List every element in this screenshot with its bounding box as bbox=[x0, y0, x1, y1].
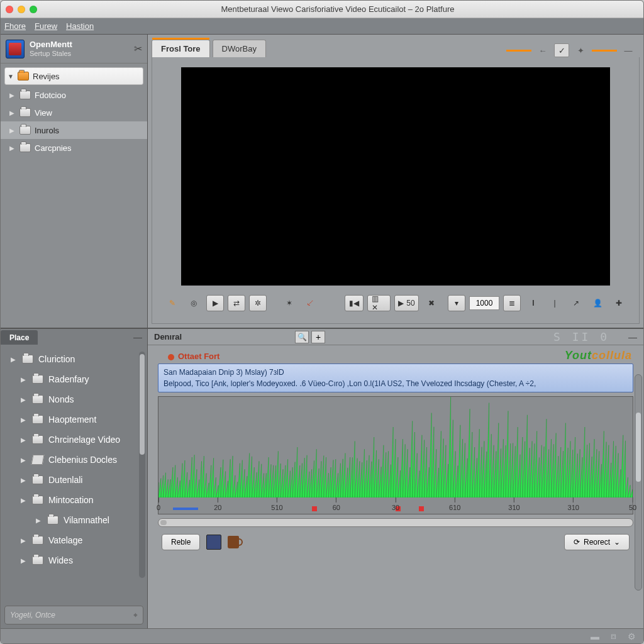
tree-item[interactable]: ▶ View bbox=[1, 104, 147, 121]
scrollbar[interactable] bbox=[139, 352, 145, 578]
chevron-right-icon: ▶ bbox=[9, 109, 16, 116]
tab-active[interactable]: Frosl Tore bbox=[152, 40, 210, 57]
dropdown-button[interactable]: ▾ bbox=[448, 295, 465, 311]
reorect-button[interactable]: ⟳ Reorect ⌄ bbox=[564, 534, 630, 550]
place-item[interactable]: ▶Clebenius Docles bbox=[2, 450, 146, 470]
export-icon[interactable]: ↗ bbox=[567, 295, 585, 311]
tab[interactable]: DWorBay bbox=[213, 40, 266, 57]
tree-item[interactable]: ▶ Fdotcioo bbox=[1, 86, 147, 104]
menubar: Fhore Furew Hastion bbox=[1, 18, 643, 35]
chevron-right-icon: ▶ bbox=[9, 145, 16, 152]
stop-icon[interactable]: ✖ bbox=[423, 295, 440, 311]
step-button[interactable]: ⇄ bbox=[228, 295, 245, 311]
folder-icon bbox=[18, 72, 29, 80]
h-scrollbar[interactable] bbox=[158, 518, 633, 527]
avatar-icon[interactable] bbox=[206, 535, 221, 550]
place-item[interactable]: ▶Cluriction bbox=[2, 349, 146, 369]
minimize-panel-icon[interactable]: — bbox=[628, 332, 643, 342]
gear-icon[interactable]: ✲ bbox=[249, 295, 267, 311]
chevron-right-icon: ▶ bbox=[21, 477, 27, 484]
place-item[interactable]: ▶Radenfary bbox=[2, 369, 146, 389]
video-viewport[interactable] bbox=[181, 67, 610, 286]
place-label: Chrcinelage Video bbox=[48, 435, 120, 445]
tree-label: Inurols bbox=[35, 126, 59, 135]
place-label: Vatelage bbox=[48, 535, 82, 545]
ruler-tick: 20 bbox=[214, 497, 221, 511]
settings-icon[interactable]: ✦ bbox=[573, 43, 588, 57]
tree-item[interactable]: ▶ Carcpnies bbox=[1, 139, 147, 157]
target-icon[interactable]: ◎ bbox=[185, 295, 203, 311]
place-item[interactable]: ▶Haoptement bbox=[2, 409, 146, 430]
add-track-button[interactable]: + bbox=[311, 331, 325, 343]
frame-number-input[interactable] bbox=[469, 296, 499, 310]
pin-icon[interactable]: ✂ bbox=[134, 43, 142, 55]
folder-icon bbox=[32, 496, 43, 504]
cut-icon[interactable]: ✶ bbox=[280, 295, 298, 311]
place-tree: ▶Cluriction▶Radenfary▶Nonds▶Haoptement▶C… bbox=[1, 345, 147, 603]
menu-item[interactable]: Fhore bbox=[4, 21, 26, 31]
play-button[interactable]: ▶ bbox=[206, 295, 224, 311]
minimize-icon[interactable] bbox=[18, 6, 25, 13]
minimize-panel-icon[interactable]: — bbox=[133, 332, 147, 342]
tree-label: Carcpnies bbox=[35, 143, 72, 153]
status-icon[interactable]: ▬ bbox=[591, 631, 599, 641]
place-item[interactable]: ▶Mintocation bbox=[2, 490, 146, 510]
back-icon[interactable]: ← bbox=[535, 43, 550, 57]
range-marker[interactable] bbox=[173, 508, 198, 510]
waveform-track[interactable]: 020510603061031031050 bbox=[158, 396, 633, 514]
watermark: Youtcollula bbox=[565, 349, 632, 362]
status-icon[interactable]: ⧈ bbox=[611, 631, 616, 641]
place-item[interactable]: ▶Nonds bbox=[2, 389, 146, 409]
window-controls bbox=[6, 6, 37, 13]
tree-label: View bbox=[35, 108, 52, 118]
brush-icon[interactable]: ✎ bbox=[164, 295, 181, 311]
place-label: Dutenlali bbox=[48, 475, 82, 485]
folder-icon bbox=[32, 375, 43, 384]
cue-marker[interactable] bbox=[312, 506, 317, 511]
split-icon[interactable]: | bbox=[546, 295, 564, 311]
close-icon[interactable] bbox=[6, 6, 13, 13]
tree-root[interactable]: ▼ Revijes bbox=[4, 67, 143, 85]
skip-start-button[interactable]: ▮◀ bbox=[345, 295, 363, 311]
ruler-tick: 310 bbox=[508, 497, 519, 511]
frame-toggle-button[interactable]: ▥ ✕ bbox=[367, 295, 391, 311]
place-item[interactable]: ▶Vilamnathel bbox=[2, 510, 146, 530]
place-item[interactable]: ▶Dutenlali bbox=[2, 470, 146, 490]
preview-tabs: Frosl Tore DWorBay ← ✓ ✦ — bbox=[152, 38, 640, 57]
search-input[interactable]: Yogeti, Ontce ⌖ bbox=[4, 606, 143, 625]
play-speed-button[interactable]: ▶ 50 bbox=[394, 295, 419, 311]
add-icon[interactable]: ✚ bbox=[610, 295, 628, 311]
user-icon[interactable]: 👤 bbox=[589, 295, 606, 311]
check-icon[interactable]: ✓ bbox=[554, 43, 569, 57]
cue-marker[interactable] bbox=[419, 506, 424, 511]
chevron-right-icon: ▶ bbox=[9, 127, 16, 134]
text-tool-icon[interactable]: I bbox=[525, 295, 542, 311]
scrollbar[interactable] bbox=[635, 374, 642, 591]
list-icon[interactable]: ≣ bbox=[503, 295, 521, 311]
nav-tree: ▼ Revijes ▶ Fdotcioo ▶ View ▶ In bbox=[1, 64, 147, 328]
zoom-icon[interactable] bbox=[30, 6, 37, 13]
place-tab[interactable]: Place bbox=[1, 330, 38, 345]
chevron-right-icon: ▶ bbox=[36, 517, 42, 524]
marker-icon[interactable]: ⸔ bbox=[302, 295, 319, 311]
tree-item-selected[interactable]: ▶ Inurols bbox=[1, 121, 147, 139]
menu-item[interactable]: Hastion bbox=[66, 21, 94, 31]
place-label: Vilamnathel bbox=[64, 515, 109, 525]
place-item[interactable]: ▶Chrcinelage Video bbox=[2, 430, 146, 450]
place-item[interactable]: ▶Wides bbox=[2, 550, 146, 570]
clip-meta: Belpood, Tico [Ank, lopler's Modeуoxed. … bbox=[164, 378, 628, 389]
gear-icon[interactable]: ⚙ bbox=[628, 631, 636, 641]
reble-button[interactable]: Reble bbox=[162, 534, 200, 550]
time-ruler[interactable]: 020510603061031031050 bbox=[158, 497, 633, 514]
timeline-clip[interactable]: San Madapaian Dnip 3) Mslay) 7зlD Belpoo… bbox=[158, 364, 633, 392]
ruler-tick: 30 bbox=[392, 497, 399, 511]
search-placeholder: Yogeti, Ontce bbox=[10, 611, 55, 619]
menu-item[interactable]: Furew bbox=[35, 21, 57, 31]
place-label: Wides bbox=[48, 555, 73, 565]
mug-icon[interactable] bbox=[228, 536, 239, 548]
place-item[interactable]: ▶Vatelage bbox=[2, 530, 146, 550]
preview-panel: Frosl Tore DWorBay ← ✓ ✦ — ✎ ◎ ▶ ⇄ bbox=[148, 35, 643, 328]
app-name: OpenMentt bbox=[30, 40, 72, 49]
minimize-panel-icon[interactable]: — bbox=[621, 43, 636, 57]
search-icon[interactable]: 🔍 bbox=[295, 331, 309, 343]
